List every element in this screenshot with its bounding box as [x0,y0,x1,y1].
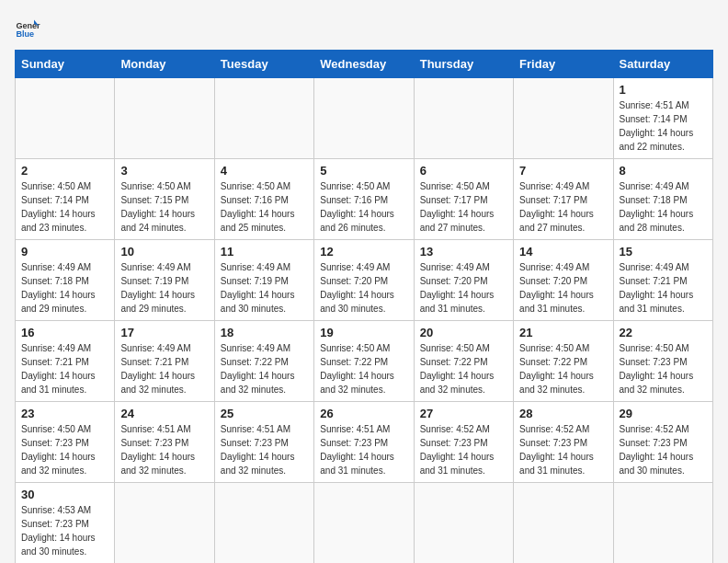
day-number: 15 [620,245,707,259]
day-number: 8 [620,164,707,178]
day-info: Sunrise: 4:50 AM Sunset: 7:22 PM Dayligh… [420,341,507,396]
day-info: Sunrise: 4:51 AM Sunset: 7:23 PM Dayligh… [221,422,308,477]
calendar-cell: 5Sunrise: 4:50 AM Sunset: 7:16 PM Daylig… [314,159,414,240]
calendar-cell: 25Sunrise: 4:51 AM Sunset: 7:23 PM Dayli… [214,402,313,483]
calendar-week-row: 16Sunrise: 4:49 AM Sunset: 7:21 PM Dayli… [16,321,713,402]
calendar-cell: 15Sunrise: 4:49 AM Sunset: 7:21 PM Dayli… [613,240,712,321]
day-number: 25 [221,407,308,420]
day-number: 3 [120,164,208,178]
calendar-cell: 21Sunrise: 4:50 AM Sunset: 7:22 PM Dayli… [514,321,613,402]
calendar-cell: 4Sunrise: 4:50 AM Sunset: 7:16 PM Daylig… [214,159,313,240]
day-info: Sunrise: 4:50 AM Sunset: 7:16 PM Dayligh… [320,179,407,235]
weekday-header-wednesday: Wednesday [314,51,414,78]
day-number: 17 [120,326,208,339]
weekday-header-thursday: Thursday [414,51,513,78]
day-info: Sunrise: 4:50 AM Sunset: 7:14 PM Dayligh… [21,179,108,235]
calendar-cell: 3Sunrise: 4:50 AM Sunset: 7:15 PM Daylig… [115,159,214,240]
day-number: 1 [620,83,707,97]
day-number: 26 [320,407,407,420]
calendar-cell [414,483,513,564]
day-number: 16 [21,326,108,339]
calendar-cell: 24Sunrise: 4:51 AM Sunset: 7:23 PM Dayli… [115,402,214,483]
weekday-header-friday: Friday [514,51,613,78]
calendar-week-row: 2Sunrise: 4:50 AM Sunset: 7:14 PM Daylig… [16,159,713,240]
calendar-cell: 12Sunrise: 4:49 AM Sunset: 7:20 PM Dayli… [314,240,414,321]
day-info: Sunrise: 4:49 AM Sunset: 7:22 PM Dayligh… [221,341,308,396]
day-info: Sunrise: 4:51 AM Sunset: 7:23 PM Dayligh… [320,422,407,477]
day-info: Sunrise: 4:49 AM Sunset: 7:21 PM Dayligh… [620,260,707,316]
day-number: 10 [120,245,208,259]
day-number: 21 [519,326,607,339]
day-number: 14 [519,245,607,259]
day-info: Sunrise: 4:51 AM Sunset: 7:14 PM Dayligh… [620,98,707,154]
day-info: Sunrise: 4:50 AM Sunset: 7:16 PM Dayligh… [221,179,308,235]
day-number: 2 [21,164,108,178]
calendar-week-row: 9Sunrise: 4:49 AM Sunset: 7:18 PM Daylig… [16,240,713,321]
calendar-cell [613,483,712,564]
day-number: 20 [420,326,507,339]
day-info: Sunrise: 4:51 AM Sunset: 7:23 PM Dayligh… [120,422,208,477]
day-number: 5 [320,164,407,178]
day-info: Sunrise: 4:49 AM Sunset: 7:18 PM Dayligh… [21,260,108,316]
calendar-cell: 11Sunrise: 4:49 AM Sunset: 7:19 PM Dayli… [214,240,313,321]
day-info: Sunrise: 4:50 AM Sunset: 7:22 PM Dayligh… [320,341,407,396]
day-number: 27 [420,407,507,420]
day-info: Sunrise: 4:49 AM Sunset: 7:21 PM Dayligh… [21,341,108,396]
calendar-cell: 20Sunrise: 4:50 AM Sunset: 7:22 PM Dayli… [414,321,513,402]
day-number: 19 [320,326,407,339]
calendar-cell: 10Sunrise: 4:49 AM Sunset: 7:19 PM Dayli… [115,240,214,321]
day-info: Sunrise: 4:50 AM Sunset: 7:17 PM Dayligh… [420,179,507,235]
calendar-cell: 1Sunrise: 4:51 AM Sunset: 7:14 PM Daylig… [613,78,712,159]
calendar-cell: 30Sunrise: 4:53 AM Sunset: 7:23 PM Dayli… [16,483,115,564]
calendar-cell: 6Sunrise: 4:50 AM Sunset: 7:17 PM Daylig… [414,159,513,240]
calendar-cell [314,483,414,564]
calendar-cell: 7Sunrise: 4:49 AM Sunset: 7:17 PM Daylig… [514,159,613,240]
day-info: Sunrise: 4:50 AM Sunset: 7:23 PM Dayligh… [620,341,707,396]
calendar-cell: 28Sunrise: 4:52 AM Sunset: 7:23 PM Dayli… [514,402,613,483]
logo-icon: General Blue [15,15,40,40]
day-info: Sunrise: 4:50 AM Sunset: 7:15 PM Dayligh… [120,179,208,235]
day-number: 9 [21,245,108,259]
day-info: Sunrise: 4:49 AM Sunset: 7:19 PM Dayligh… [120,260,208,316]
calendar-cell [414,78,513,159]
calendar-week-row: 30Sunrise: 4:53 AM Sunset: 7:23 PM Dayli… [16,483,713,564]
day-info: Sunrise: 4:50 AM Sunset: 7:23 PM Dayligh… [21,422,108,477]
calendar-cell: 29Sunrise: 4:52 AM Sunset: 7:23 PM Dayli… [613,402,712,483]
day-info: Sunrise: 4:52 AM Sunset: 7:23 PM Dayligh… [519,422,607,477]
day-number: 4 [221,164,308,178]
day-info: Sunrise: 4:49 AM Sunset: 7:17 PM Dayligh… [519,179,607,235]
svg-text:Blue: Blue [16,29,34,39]
day-number: 7 [519,164,607,178]
calendar-cell [115,483,214,564]
day-info: Sunrise: 4:49 AM Sunset: 7:20 PM Dayligh… [320,260,407,316]
calendar-cell: 16Sunrise: 4:49 AM Sunset: 7:21 PM Dayli… [16,321,115,402]
day-info: Sunrise: 4:50 AM Sunset: 7:22 PM Dayligh… [519,341,607,396]
calendar-cell: 23Sunrise: 4:50 AM Sunset: 7:23 PM Dayli… [16,402,115,483]
calendar-cell: 9Sunrise: 4:49 AM Sunset: 7:18 PM Daylig… [16,240,115,321]
calendar-cell: 22Sunrise: 4:50 AM Sunset: 7:23 PM Dayli… [613,321,712,402]
day-number: 6 [420,164,507,178]
weekday-header-sunday: Sunday [16,51,115,78]
calendar-cell: 27Sunrise: 4:52 AM Sunset: 7:23 PM Dayli… [414,402,513,483]
calendar-cell: 18Sunrise: 4:49 AM Sunset: 7:22 PM Dayli… [214,321,313,402]
weekday-header-monday: Monday [115,51,214,78]
day-info: Sunrise: 4:52 AM Sunset: 7:23 PM Dayligh… [420,422,507,477]
weekday-header-tuesday: Tuesday [214,51,313,78]
day-info: Sunrise: 4:53 AM Sunset: 7:23 PM Dayligh… [21,503,108,558]
calendar-cell: 26Sunrise: 4:51 AM Sunset: 7:23 PM Dayli… [314,402,414,483]
weekday-header-row: SundayMondayTuesdayWednesdayThursdayFrid… [16,51,713,78]
day-info: Sunrise: 4:49 AM Sunset: 7:20 PM Dayligh… [420,260,507,316]
day-info: Sunrise: 4:49 AM Sunset: 7:19 PM Dayligh… [221,260,308,316]
day-number: 24 [120,407,208,420]
day-number: 29 [620,407,707,420]
calendar-cell [115,78,214,159]
calendar-cell: 2Sunrise: 4:50 AM Sunset: 7:14 PM Daylig… [16,159,115,240]
calendar-cell [514,78,613,159]
calendar-cell: 19Sunrise: 4:50 AM Sunset: 7:22 PM Dayli… [314,321,414,402]
calendar-cell [214,483,313,564]
weekday-header-saturday: Saturday [613,51,712,78]
day-info: Sunrise: 4:49 AM Sunset: 7:20 PM Dayligh… [519,260,607,316]
calendar-cell: 13Sunrise: 4:49 AM Sunset: 7:20 PM Dayli… [414,240,513,321]
day-number: 13 [420,245,507,259]
calendar-cell [214,78,313,159]
